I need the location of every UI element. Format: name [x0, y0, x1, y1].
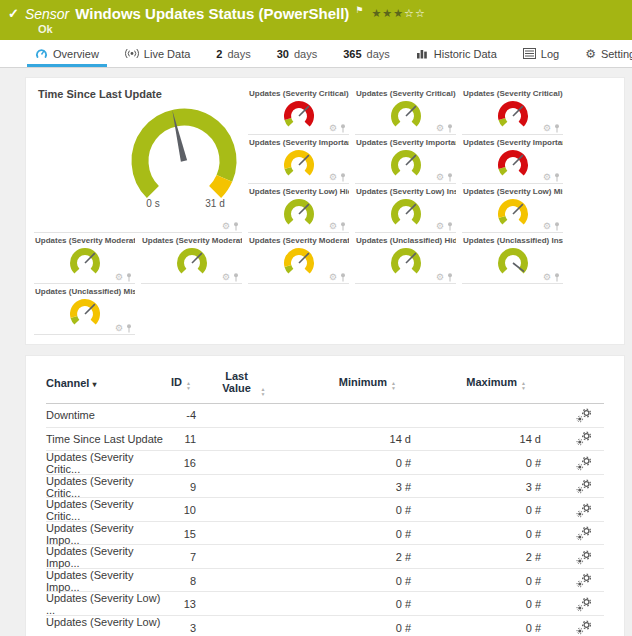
gauge-title: Updates (Unclassified) Missing [34, 284, 135, 296]
pin-icon[interactable] [554, 273, 560, 282]
gear-icon[interactable]: ⚙ [329, 273, 337, 282]
object-kind-label: Sensor [25, 6, 69, 22]
channel-name: Updates (Severity Critic... [46, 475, 166, 499]
gauge-title: Updates (Severity Critical) Mi... [462, 86, 563, 98]
gear-icon[interactable]: ⚙ [329, 173, 337, 182]
tab-historic-data[interactable]: Historic Data [403, 40, 510, 67]
tab-365-days[interactable]: 365days [330, 40, 403, 67]
tile-actions: ⚙ [436, 273, 453, 282]
channel-name: Updates (Severity Impo... [46, 545, 166, 569]
channel-settings-icon[interactable] [576, 620, 592, 635]
tile-actions: ⚙ [329, 222, 346, 231]
channel-settings-icon[interactable] [576, 431, 592, 446]
historic-data-icon [416, 48, 429, 59]
flag-icon[interactable]: ⚑ [355, 5, 363, 15]
gauge-tile[interactable]: Updates (Severity Important) ...⚙ [462, 135, 563, 184]
gauge-tile[interactable]: Updates (Severity Critical) Ins...⚙ [355, 86, 456, 135]
pin-icon[interactable] [233, 222, 239, 231]
gauge-tile[interactable]: Updates (Unclassified) Hidden⚙ [355, 233, 456, 284]
channel-minimum: 3 # [286, 481, 416, 493]
channel-id: 10 [166, 504, 196, 516]
column-header-channel[interactable]: Channel▾ [46, 377, 166, 389]
gear-icon[interactable]: ⚙ [222, 222, 230, 231]
gear-icon[interactable]: ⚙ [543, 273, 551, 282]
gauge-tile[interactable]: Updates (Unclassified) Install...⚙ [462, 233, 563, 284]
pin-icon[interactable] [447, 222, 453, 231]
channel-settings-icon[interactable] [576, 526, 592, 541]
channel-id: 15 [166, 528, 196, 540]
tab-log[interactable]: Log [510, 40, 572, 67]
channel-settings-icon[interactable] [576, 573, 592, 588]
gear-icon[interactable]: ⚙ [436, 273, 444, 282]
gear-icon[interactable]: ⚙ [436, 173, 444, 182]
gauge-tile[interactable]: Updates (Unclassified) Missing⚙ [34, 284, 135, 335]
pin-icon[interactable] [447, 273, 453, 282]
pin-icon[interactable] [126, 324, 132, 333]
gauge-tile[interactable]: Updates (Severity Critical) Hi...⚙ [248, 86, 349, 135]
channel-minimum: 14 d [286, 433, 416, 445]
gauge-tile[interactable]: Updates (Severity Moderate) I...⚙ [141, 233, 242, 284]
channel-id: 3 [166, 622, 196, 634]
channel-settings-icon[interactable] [576, 479, 592, 494]
channel-settings-icon[interactable] [576, 597, 592, 612]
channel-id: -4 [166, 409, 196, 421]
tab-settings[interactable]: ⚙ Settings [572, 40, 632, 67]
gear-icon[interactable]: ⚙ [115, 324, 123, 333]
channel-settings-icon[interactable] [576, 408, 592, 423]
tile-actions: ⚙ [329, 173, 346, 182]
gauge-tile[interactable]: Updates (Severity Important) ...⚙ [248, 135, 349, 184]
pin-icon[interactable] [447, 173, 453, 182]
gauge-tile[interactable]: Updates (Severity Low) Missi...⚙ [462, 184, 563, 233]
gauge-title: Updates (Severity Important) ... [462, 135, 563, 147]
tab-2-days[interactable]: 2days [203, 40, 263, 67]
gear-icon[interactable]: ⚙ [329, 222, 337, 231]
pin-icon[interactable] [233, 273, 239, 282]
gauge-tile-time-since-last-update[interactable]: Time Since Last Update 0 s 31 d ⚙ [34, 86, 242, 233]
gauge [65, 245, 105, 278]
gear-icon[interactable]: ⚙ [329, 124, 337, 133]
sensor-title: Windows Updates Status (PowerShell) [75, 5, 349, 22]
channel-maximum: 14 d [416, 433, 546, 445]
gauge-tile[interactable]: Updates (Severity Low) Hidden⚙ [248, 184, 349, 233]
pin-icon[interactable] [554, 173, 560, 182]
gear-icon[interactable]: ⚙ [543, 124, 551, 133]
pin-icon[interactable] [554, 222, 560, 231]
gear-icon[interactable]: ⚙ [436, 222, 444, 231]
pin-icon[interactable] [340, 273, 346, 282]
pin-icon[interactable] [340, 124, 346, 133]
gauge-tile[interactable]: Updates (Severity Moderate) ...⚙ [248, 233, 349, 284]
column-header-maximum[interactable]: Maximum▲▼ [416, 376, 546, 390]
tab-live-data[interactable]: Live Data [112, 40, 203, 67]
tab-30-days[interactable]: 30days [264, 40, 331, 67]
time-since-last-update-gauge [119, 99, 242, 200]
pin-icon[interactable] [340, 173, 346, 182]
gauge-icon [35, 47, 48, 60]
channel-name: Updates (Severity Low) ... [46, 592, 166, 616]
column-header-last-value[interactable]: Last Value▲▼ [196, 370, 286, 396]
gauge-title: Updates (Severity Low) Insta... [355, 184, 456, 196]
gauge-tile[interactable]: Updates (Severity Critical) Mi...⚙ [462, 86, 563, 135]
channel-settings-icon[interactable] [576, 456, 592, 471]
gauge-tile[interactable]: Updates (Severity Low) Insta...⚙ [355, 184, 456, 233]
pin-icon[interactable] [554, 124, 560, 133]
pin-icon[interactable] [447, 124, 453, 133]
gauge-tile[interactable]: Updates (Severity Important) ...⚙ [355, 135, 456, 184]
pin-icon[interactable] [126, 273, 132, 282]
channel-id: 8 [166, 575, 196, 587]
gauge-tile[interactable]: Updates (Severity Moderate) ...⚙ [34, 233, 135, 284]
gear-icon[interactable]: ⚙ [436, 124, 444, 133]
gear-icon[interactable]: ⚙ [222, 273, 230, 282]
pin-icon[interactable] [340, 222, 346, 231]
tile-actions: ⚙ [543, 222, 560, 231]
channel-settings-icon[interactable] [576, 503, 592, 518]
column-header-minimum[interactable]: Minimum▲▼ [286, 376, 416, 390]
gear-icon[interactable]: ⚙ [543, 222, 551, 231]
gear-icon[interactable]: ⚙ [115, 273, 123, 282]
table-row: Updates (Severity Critic...93 #3 # [46, 475, 604, 499]
gear-icon[interactable]: ⚙ [543, 173, 551, 182]
rating-stars[interactable]: ★★★☆☆ [371, 7, 425, 20]
gauge-title: Updates (Unclassified) Hidden [355, 233, 456, 245]
channel-settings-icon[interactable] [576, 550, 592, 565]
column-header-id[interactable]: ID▲▼ [166, 376, 196, 390]
tab-overview[interactable]: Overview [22, 40, 112, 67]
